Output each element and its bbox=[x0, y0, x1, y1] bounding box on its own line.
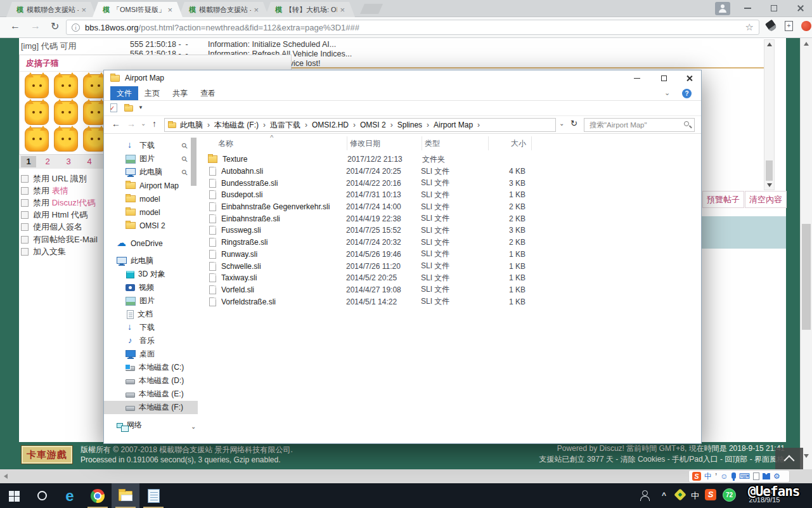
people-icon[interactable] bbox=[639, 490, 650, 501]
file-row[interactable]: Vorfeldstraße.sli 2014/5/1 14:22 SLI 文件 … bbox=[199, 296, 702, 308]
checkbox[interactable] bbox=[21, 187, 29, 195]
scroll-down-icon[interactable] bbox=[804, 454, 809, 458]
nav-tree-item[interactable]: model bbox=[104, 192, 198, 205]
ribbon-tab[interactable]: 共享 bbox=[166, 86, 194, 100]
start-button[interactable] bbox=[0, 483, 28, 508]
explorer-maximize-button[interactable] bbox=[650, 70, 677, 86]
help-icon[interactable] bbox=[682, 89, 692, 98]
nav-tree-item[interactable]: 本地磁盘 (F:) bbox=[104, 401, 198, 414]
file-row[interactable]: Texture 2017/12/2 21:13 文件夹 bbox=[199, 153, 702, 166]
browser-tab[interactable]: 模 「OMSI答疑版」 - 模載 bbox=[93, 2, 183, 17]
address-dropdown-icon[interactable] bbox=[559, 120, 564, 127]
explorer-titlebar[interactable]: Airport Map bbox=[104, 70, 701, 86]
explorer-minimize-button[interactable] bbox=[624, 70, 650, 86]
file-row[interactable]: Busdepot.sli 2014/7/31 10:13 SLI 文件 1 KB bbox=[199, 189, 702, 201]
cat-emoticon[interactable] bbox=[25, 127, 49, 152]
checkbox[interactable] bbox=[21, 236, 29, 244]
file-row[interactable]: Taxiway.sli 2014/5/2 20:25 SLI 文件 1 KB bbox=[199, 272, 702, 284]
nav-tree-item[interactable]: model bbox=[104, 205, 198, 219]
hscroll-left-icon[interactable] bbox=[4, 474, 8, 479]
cat-emoticon[interactable] bbox=[25, 101, 49, 125]
breadcrumb-segment[interactable]: 迅雷下载 bbox=[270, 120, 312, 131]
browser-tab[interactable]: 模 【转】大机场: OMSI Ai bbox=[265, 2, 355, 17]
site-info-icon[interactable] bbox=[72, 23, 80, 32]
file-row[interactable]: Fussweg.sli 2014/7/25 15:52 SLI 文件 3 KB bbox=[199, 225, 702, 237]
sogou-toolbar-icon[interactable] bbox=[773, 472, 780, 481]
checkbox[interactable] bbox=[21, 211, 29, 219]
ribbon-tab[interactable]: 主页 bbox=[138, 86, 166, 100]
scrollbar-thumb[interactable] bbox=[802, 224, 811, 330]
navpane-scrollbar[interactable] bbox=[190, 135, 197, 433]
nav-back-button[interactable] bbox=[112, 119, 120, 129]
explorer-close-button[interactable] bbox=[676, 70, 702, 86]
file-row[interactable]: Runway.sli 2014/5/26 19:46 SLI 文件 1 KB bbox=[199, 249, 702, 261]
nav-up-button[interactable] bbox=[152, 119, 157, 129]
notepad-taskbar-button[interactable] bbox=[139, 483, 167, 508]
file-row[interactable]: Einbahnstraße Gegenverkehr.sli 2014/7/24… bbox=[199, 201, 702, 213]
nav-tree-item[interactable]: 视频 bbox=[104, 281, 198, 294]
explorer-taskbar-button[interactable] bbox=[112, 483, 139, 508]
back-button[interactable] bbox=[10, 20, 20, 32]
address-bar[interactable]: bbs.18wos.org /post.html?action=newthrea… bbox=[66, 20, 759, 35]
nav-tree-item[interactable]: 下载 bbox=[104, 139, 198, 152]
browser-tab[interactable]: 模 模載聯合支援站 - 歐洲卡車 bbox=[6, 2, 96, 17]
new-folder-icon[interactable] bbox=[124, 105, 133, 112]
tray-app-icon[interactable] bbox=[674, 488, 686, 501]
browser-tab[interactable]: 模 模載聯合支援站 - 歐洲卡車 bbox=[179, 2, 269, 17]
truck-games-logo[interactable]: 卡車游戲 bbox=[21, 445, 73, 464]
ime-indicator[interactable]: 中 bbox=[691, 490, 699, 502]
tab-close-icon[interactable] bbox=[340, 6, 345, 14]
nav-tree-item[interactable]: OneDrive bbox=[104, 237, 198, 250]
new-tab-button[interactable] bbox=[360, 4, 383, 14]
chrome-taskbar-button[interactable] bbox=[84, 483, 112, 508]
page-number[interactable]: 1 bbox=[21, 156, 36, 167]
textarea-scrollbar[interactable] bbox=[764, 39, 775, 190]
cat-emoticon[interactable] bbox=[54, 74, 78, 98]
footer-links[interactable]: 支援站已創立 3977 天 - 清除 Cookies - 手机/Pad入口 - … bbox=[539, 454, 785, 465]
breadcrumb-segment[interactable]: Airport Map bbox=[434, 120, 484, 129]
nav-tree-item[interactable]: 图片 bbox=[104, 294, 198, 308]
sogou-toolbar-icon[interactable] bbox=[720, 472, 728, 481]
nav-tree-item[interactable]: 文档 bbox=[104, 308, 198, 321]
sogou-toolbar-icon[interactable]: 中 bbox=[704, 472, 712, 481]
extension-eraser-icon[interactable] bbox=[765, 20, 777, 32]
profile-avatar-icon[interactable] bbox=[715, 2, 730, 15]
nav-tree-item[interactable]: 本地磁盘 (D:) bbox=[104, 374, 198, 388]
nav-tree-item[interactable]: OMSI 2 bbox=[104, 219, 198, 232]
search-box[interactable]: 搜索"Airport Map" bbox=[584, 118, 695, 132]
sogou-toolbar-icon[interactable] bbox=[731, 472, 736, 479]
browser-minimize-button[interactable] bbox=[735, 0, 759, 16]
nav-tree-item[interactable]: 图片 bbox=[104, 152, 198, 166]
sogou-toolbar-icon[interactable] bbox=[763, 473, 770, 479]
extension-page-icon[interactable] bbox=[785, 21, 793, 31]
scroll-down-icon[interactable] bbox=[767, 183, 772, 187]
back-to-top-button[interactable] bbox=[775, 448, 803, 469]
checkbox[interactable] bbox=[21, 248, 29, 256]
file-row[interactable]: Autobahn.sli 2014/7/24 20:25 SLI 文件 4 KB bbox=[199, 166, 702, 178]
breadcrumb-segment[interactable]: 本地磁盘 (F:) bbox=[214, 120, 270, 131]
ribbon-collapse-icon[interactable] bbox=[664, 89, 670, 97]
reload-button[interactable] bbox=[51, 20, 59, 32]
cortana-search-button[interactable] bbox=[28, 483, 56, 508]
refresh-icon[interactable] bbox=[570, 119, 577, 128]
column-header-name[interactable]: 名称 bbox=[208, 136, 347, 150]
file-row[interactable]: Vorfeld.sli 2014/4/27 19:08 SLI 文件 1 KB bbox=[199, 284, 702, 296]
scrollbar-thumb[interactable] bbox=[191, 138, 197, 186]
search-icon[interactable] bbox=[684, 121, 689, 126]
history-dropdown-icon[interactable] bbox=[141, 120, 146, 127]
tab-close-icon[interactable] bbox=[254, 6, 259, 14]
extension-red-dot-icon[interactable] bbox=[801, 21, 811, 31]
preview-post-button[interactable]: 預覽帖子 bbox=[702, 191, 744, 208]
breadcrumb-segment[interactable]: Splines bbox=[397, 120, 434, 129]
security-score-badge[interactable]: 72 bbox=[723, 488, 736, 502]
sogou-toolbar-icon[interactable]: ’ bbox=[715, 472, 717, 481]
option-link[interactable]: 表情 bbox=[52, 185, 68, 197]
nav-tree-item[interactable]: 本地磁盘 (E:) bbox=[104, 388, 198, 401]
file-row[interactable]: Bundesstraße.sli 2014/4/22 20:16 SLI 文件 … bbox=[199, 177, 702, 189]
page-number[interactable]: 4 bbox=[82, 156, 97, 167]
ribbon-tab[interactable]: 查看 bbox=[194, 86, 222, 100]
tab-close-icon[interactable] bbox=[81, 6, 86, 14]
properties-icon[interactable] bbox=[110, 103, 117, 112]
sogou-tray-icon[interactable] bbox=[705, 489, 716, 500]
tab-close-icon[interactable] bbox=[167, 6, 172, 14]
